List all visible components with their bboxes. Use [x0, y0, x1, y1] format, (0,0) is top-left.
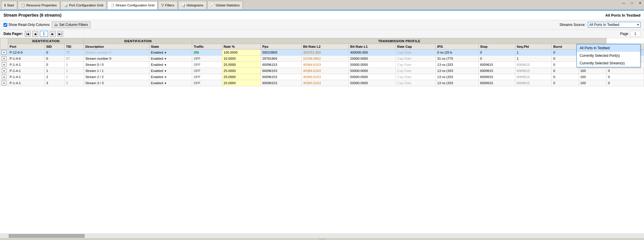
show-readonly-checkbox-label[interactable]: Show Read-Only Columns [3, 23, 49, 27]
col-stop[interactable]: Stop [479, 44, 515, 50]
col-traffic[interactable]: Traffic [192, 44, 222, 50]
filter-icon: 🗂 [54, 23, 58, 27]
resize-handle[interactable]: • • • • [0, 238, 644, 240]
streams-source-select-wrapper[interactable]: All Ports In Testbed Currently Selected … [588, 22, 641, 28]
close-button[interactable]: ✕ [636, 0, 644, 6]
data-table-container[interactable]: IDENTIFICATION IDENTIFICATION TRANSMISSI… [0, 38, 644, 234]
expand-button[interactable]: + [2, 62, 6, 67]
col-sid[interactable]: SID [45, 44, 64, 50]
group-header-identification-2: IDENTIFICATION [84, 38, 192, 44]
page-header: Stream Properties (6 streams) All Ports … [0, 10, 644, 20]
stream-config-icon: 📑 [110, 3, 114, 7]
expand-button[interactable]: + [2, 68, 6, 73]
header-right-label: All Ports In Testbed [605, 13, 641, 17]
col-header-expand [0, 38, 8, 50]
col-bit-rate-l2[interactable]: Bit Rate L2 [302, 44, 349, 50]
table-row[interactable]: +P-1-4-133Stream 3 / 3Enabled ▼OFF25.000… [0, 80, 644, 86]
scroll-track[interactable] [0, 234, 644, 238]
toolbar: Show Read-Only Columns 🗂 Set Column Filt… [0, 20, 644, 30]
streams-source-label: Streams Source: [560, 23, 585, 27]
maximize-button[interactable]: □ [628, 0, 636, 6]
expand-button[interactable]: + [2, 56, 6, 61]
col-port[interactable]: Port [8, 44, 45, 50]
pager-first-button[interactable]: |◀ [25, 31, 31, 37]
pager-next-button[interactable]: ▶ [50, 31, 56, 37]
scroll-thumb[interactable] [9, 234, 84, 238]
tab-resource-properties[interactable]: 📋 Resource Properties [18, 1, 60, 9]
group-header-identification-1: IDENTIFICATION [8, 38, 84, 44]
histograms-icon: 📊 [181, 3, 185, 7]
set-column-filters-button[interactable]: 🗂 Set Column Filters [52, 22, 91, 28]
expand-button[interactable]: + [2, 50, 6, 55]
horizontal-scrollbar[interactable] [0, 234, 644, 238]
tab-stream-config[interactable]: 📑 Stream Configuration Grid [107, 1, 158, 9]
table-row[interactable]: +P-1-4-100Stream 0 / 0Enabled ▼OFF25.000… [0, 62, 644, 68]
table-row[interactable]: +P-1-4-0037Stream number 0Enabled ▼OFF10… [0, 56, 644, 62]
stream-table: IDENTIFICATION IDENTIFICATION TRANSMISSI… [0, 38, 644, 86]
port-config-icon: 📊 [64, 3, 68, 7]
page-label: Page [620, 32, 628, 36]
col-ipg[interactable]: IPG [436, 44, 478, 50]
dropdown-option-selected-ports[interactable]: Currently Selected Port(s) [577, 52, 640, 59]
window-controls: — □ ✕ [620, 0, 644, 6]
col-bit-rate-l1[interactable]: Bit Rate L1 [348, 44, 396, 50]
col-seq-pkt[interactable]: Seq.Pkt [515, 44, 552, 50]
pager-label: Data Pager: [3, 32, 23, 36]
pager-last-button[interactable]: ▶| [57, 31, 63, 37]
col-state[interactable]: State [149, 44, 192, 50]
tab-port-config[interactable]: 📊 Port Configuration Grid [61, 1, 107, 9]
pager-row: Data Pager: |◀ ◀ ▶ ▶| Page [0, 30, 644, 38]
table-row[interactable]: +P-12-6-0077Stream number 0Enabled ▼ON10… [0, 50, 644, 56]
resource-icon: 📋 [21, 3, 25, 7]
show-readonly-checkbox[interactable] [3, 23, 7, 27]
page-title: Stream Properties (6 streams) [3, 13, 61, 17]
table-row[interactable]: +P-1-4-111Stream 1 / 1Enabled ▼OFF25.000… [0, 68, 644, 74]
pager-current-page[interactable] [40, 31, 48, 37]
group-header-transmission-profile: TRANSMISSION PROFILE [192, 38, 606, 44]
page-number-input[interactable] [630, 31, 641, 37]
tab-start[interactable]: ℹ Start [1, 1, 17, 9]
tab-bar: ℹ Start 📋 Resource Properties 📊 Port Con… [0, 0, 644, 10]
global-stats-icon: 📈 [210, 3, 215, 7]
col-rate-cap[interactable]: Rate Cap [396, 44, 436, 50]
pager-prev-button[interactable]: ◀ [32, 31, 38, 37]
streams-source-select[interactable]: All Ports In Testbed Currently Selected … [588, 22, 641, 28]
col-burst[interactable]: Burst [552, 44, 578, 50]
expand-button[interactable]: + [2, 75, 6, 79]
col-pps[interactable]: Pps [261, 44, 301, 50]
streams-source-dropdown: All Ports In Testbed Currently Selected … [576, 44, 641, 67]
show-readonly-label: Show Read-Only Columns [8, 23, 49, 27]
tab-global-stats[interactable]: 📈 Global Statistics [207, 1, 243, 9]
minimize-button[interactable]: — [620, 0, 628, 6]
dropdown-option-all-ports[interactable]: All Ports In Testbed [577, 44, 640, 52]
tab-filters[interactable]: ▽ Filters [158, 1, 177, 9]
col-description[interactable]: Description [84, 44, 149, 50]
col-tid[interactable]: TID [64, 44, 84, 50]
start-icon: ℹ [4, 3, 6, 7]
col-rate-pct[interactable]: Rate % [222, 44, 261, 50]
table-row[interactable]: +P-1-4-122Stream 2 / 2Enabled ▼OFF25.000… [0, 74, 644, 80]
dropdown-option-selected-streams[interactable]: Currently Selected Stream(s) [577, 59, 640, 67]
filters-icon: ▽ [161, 3, 164, 7]
expand-button[interactable]: + [2, 81, 6, 85]
tab-histograms[interactable]: 📊 Histograms [178, 1, 207, 9]
